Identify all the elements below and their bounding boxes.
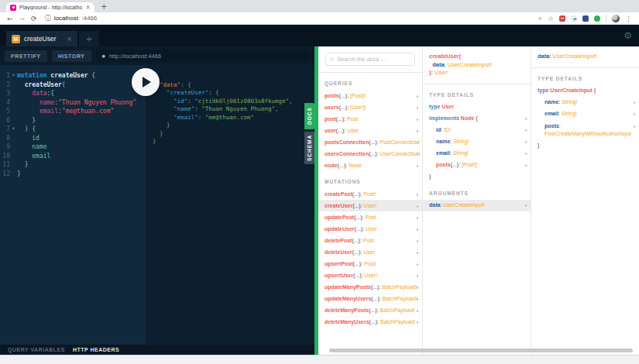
editor-line: 7▾ ) {: [0, 125, 146, 134]
browser-tab[interactable]: Playground - http://localhost:4466 ×: [6, 2, 94, 12]
doc-header-line: ): User!: [429, 69, 524, 77]
endpoint-input[interactable]: ● http://localhost:4466: [96, 50, 310, 62]
token: [17, 108, 40, 115]
doc-item-updateManyUsers[interactable]: updateManyUsers(...): BatchPayload!▸: [318, 293, 422, 304]
query-variables-tab[interactable]: QUERY VARIABLES: [8, 347, 65, 352]
fold-caret-icon: [10, 152, 17, 161]
playground-new-tab-button[interactable]: +: [79, 31, 99, 46]
doc-item-upsertUser[interactable]: upsertUser(...): User!▸: [318, 270, 422, 281]
browser-menu-icon[interactable]: ⋮: [625, 15, 632, 22]
execute-query-button[interactable]: [132, 68, 160, 96]
doc-row[interactable]: name: String!▸: [423, 136, 531, 148]
http-headers-tab[interactable]: HTTP HEADERS: [73, 347, 119, 352]
chevron-right-icon: ▸: [417, 226, 419, 232]
doc-item-deletePost[interactable]: deletePost(...): Post▸: [318, 235, 422, 246]
token: data: [429, 202, 440, 208]
search-box[interactable]: ⌕: [325, 53, 415, 66]
doc-item-postsConnection[interactable]: postsConnection(...): PostConnection!▸: [318, 136, 422, 148]
browser-new-tab-button[interactable]: +: [101, 2, 107, 11]
chevron-right-icon: ▸: [417, 249, 419, 256]
response-line: ▪{: [146, 73, 314, 81]
doc-row[interactable]: email: String!▸: [423, 148, 531, 160]
section-title: TYPE DETAILS: [423, 84, 531, 101]
token: createUser: [50, 72, 91, 79]
tab-close-icon[interactable]: ×: [85, 4, 91, 11]
extension-blue-icon[interactable]: [582, 15, 589, 22]
back-icon[interactable]: ←: [7, 15, 13, 22]
token: createUser(: [429, 53, 461, 60]
bookmark-star-icon[interactable]: ☆: [548, 15, 554, 22]
field-args: (...):: [352, 203, 363, 208]
token: name: [436, 139, 450, 144]
doc-item-node[interactable]: node(...): Node▸: [318, 160, 422, 171]
line-number: 5: [0, 107, 10, 116]
fold-marker-icon: [146, 98, 153, 106]
session-tab-close-icon[interactable]: ×: [67, 36, 72, 43]
doc-row[interactable]: name: String!▸: [531, 97, 639, 108]
line-number: 11: [0, 160, 10, 170]
fold-marker-icon: [146, 105, 153, 114]
doc-row[interactable]: implements Node {▸: [423, 113, 531, 125]
field-args: (...):: [336, 116, 347, 122]
extension-circle-icon[interactable]: [571, 15, 577, 22]
prettify-button[interactable]: PRETTIFY: [5, 50, 47, 62]
doc-row[interactable]: posts: PostCreateManyWithoutAuthorInput▸: [531, 120, 639, 140]
extension-green-icon[interactable]: [594, 15, 600, 22]
play-icon: [143, 77, 151, 88]
doc-item-user[interactable]: user(...): User▸: [318, 125, 422, 136]
doc-item-createUser[interactable]: createUser(...): User!▸: [318, 200, 422, 211]
playground-header: M createUser × + ⚙: [0, 25, 639, 46]
chevron-right-icon: ▸: [417, 191, 419, 197]
doc-item-post[interactable]: post(...): Post▸: [318, 113, 422, 125]
doc-item-deleteManyPosts[interactable]: deleteManyPosts(...): BatchPayload!▸: [318, 304, 422, 316]
doc-row: }: [423, 171, 531, 183]
doc-row[interactable]: email: String!▸: [531, 108, 639, 120]
fold-caret-icon: [10, 170, 17, 179]
chevron-right-icon: ▸: [417, 203, 419, 209]
doc-item-createPost[interactable]: createPost(...): Post!▸: [318, 188, 422, 200]
token: [153, 114, 173, 121]
field-name: upsertUser: [325, 273, 353, 278]
doc-item-users[interactable]: users(...): [User]!▸: [318, 101, 422, 113]
token: "id": [173, 98, 187, 105]
zoom-icon[interactable]: ⌕: [538, 14, 542, 22]
token: posts: [545, 123, 559, 129]
docs-tab[interactable]: DOCS: [304, 103, 314, 129]
schema-tab[interactable]: SCHEMA: [304, 132, 314, 164]
history-button[interactable]: HISTORY: [52, 50, 91, 62]
section-title: MUTATIONS: [318, 171, 422, 188]
address-bar[interactable]: ⓘ localhost:4466: [45, 14, 98, 22]
doc-row[interactable]: posts(...): [Post!]▸: [423, 160, 531, 171]
line-number: 8: [0, 134, 10, 143]
field-args: (...):: [355, 226, 366, 232]
extension-red-icon[interactable]: [559, 15, 565, 22]
session-tab[interactable]: M createUser ×: [6, 31, 77, 46]
response-line: "name": "Thuan Nguyen Phuong",: [146, 105, 314, 114]
doc-item-updateManyPosts[interactable]: updateManyPosts(...): BatchPayload!▸: [318, 281, 422, 293]
argument-header: data: UserCreateInput!: [531, 46, 639, 68]
forward-icon[interactable]: →: [19, 15, 26, 22]
doc-item-updatePost[interactable]: updatePost(...): Post▸: [318, 211, 422, 223]
doc-item-usersConnection[interactable]: usersConnection(...): UserConnection!▸: [318, 148, 422, 160]
info-icon[interactable]: ⓘ: [45, 14, 51, 22]
chevron-right-icon: ▸: [417, 296, 419, 302]
doc-row[interactable]: data: UserCreateInput!▸: [423, 200, 531, 211]
doc-item-deleteUser[interactable]: deleteUser(...): User▸: [318, 246, 422, 258]
doc-item-posts[interactable]: posts(...): [Post]!▸: [318, 90, 422, 101]
reload-icon[interactable]: ⟳: [31, 15, 37, 22]
fold-caret-icon: [10, 134, 17, 143]
doc-item-upsertPost[interactable]: upsertPost(...): Post!▸: [318, 258, 422, 270]
query-editor[interactable]: 1▾mutation createUser {2 createUser(3 da…: [0, 65, 146, 345]
doc-item-deleteManyUsers[interactable]: deleteManyUsers(...): BatchPayload!▸: [318, 316, 422, 328]
field-name: post: [325, 116, 336, 122]
doc-item-updateUser[interactable]: updateUser(...): User▸: [318, 223, 422, 235]
chevron-right-icon: ▸: [417, 215, 419, 221]
token: data: [538, 53, 549, 60]
token: (: [62, 81, 66, 88]
docs-horizontal-scrollbar[interactable]: [329, 349, 633, 352]
search-input[interactable]: [337, 56, 411, 63]
docs-search-area: ⌕: [318, 46, 422, 73]
settings-gear-icon[interactable]: ⚙: [624, 30, 632, 41]
profile-avatar[interactable]: [612, 15, 620, 22]
doc-row[interactable]: id: ID!▸: [423, 125, 531, 136]
